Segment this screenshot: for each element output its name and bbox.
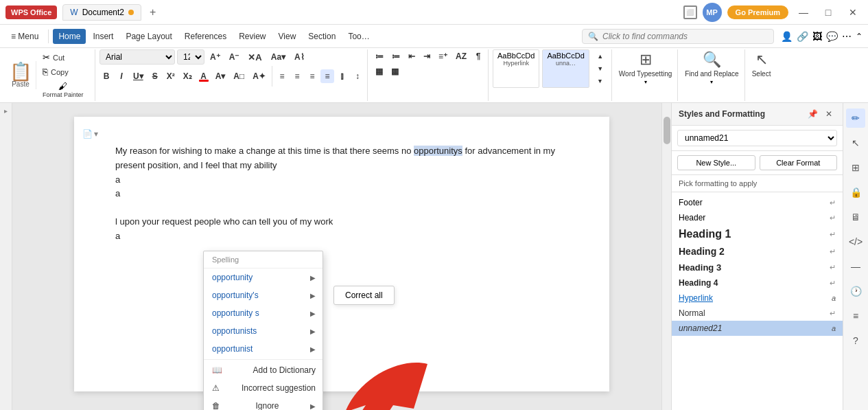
style-header[interactable]: Header ↵ xyxy=(672,210,843,225)
ctx-item-opportunity-s[interactable]: opportunity s ▶ xyxy=(204,304,322,322)
image-icon[interactable]: 🖼 xyxy=(812,31,822,42)
user-share-icon[interactable]: 👤 xyxy=(781,31,793,42)
doc-tab[interactable]: W Document2 xyxy=(62,4,141,21)
doc-expand-icon[interactable]: ▾ xyxy=(94,129,98,139)
doc-scrollbar[interactable] xyxy=(661,103,671,410)
side-icon-monitor[interactable]: 🖥 xyxy=(846,207,865,227)
format-painter-button[interactable]: 🖌 Format Painter xyxy=(40,80,86,100)
side-icon-lock[interactable]: 🔒 xyxy=(846,183,865,202)
doc-scrollbar-thumb[interactable] xyxy=(664,117,670,144)
menu-item-too[interactable]: Too… xyxy=(342,29,375,44)
style-normal-list[interactable]: Normal ↵ xyxy=(672,306,843,321)
side-icon-minus[interactable]: — xyxy=(846,257,865,276)
menu-item-section[interactable]: Section xyxy=(303,29,341,44)
style-footer[interactable]: Footer ↵ xyxy=(672,195,843,210)
correct-all-button[interactable]: Correct all xyxy=(333,286,395,305)
panel-style-dropdown[interactable]: unnamed21 xyxy=(677,130,837,146)
new-style-button[interactable]: New Style... xyxy=(677,155,755,170)
show-marks-button[interactable]: ¶ xyxy=(471,49,485,63)
phonetic-guide-button[interactable]: A⌇ xyxy=(291,50,308,64)
ctx-incorrect-suggestion[interactable]: ⚠ Incorrect suggestion xyxy=(204,379,322,397)
side-icon-list[interactable]: ≡ xyxy=(846,306,865,326)
ctx-ignore[interactable]: 🗑 Ignore ▶ xyxy=(204,397,322,410)
style-expand[interactable]: ▾ xyxy=(594,76,607,87)
side-icon-select[interactable]: ↖ xyxy=(846,133,865,152)
font-name-select[interactable]: Arial xyxy=(99,49,175,65)
search-bar[interactable]: 🔍 xyxy=(582,29,774,44)
side-icon-help[interactable]: ? xyxy=(846,331,865,350)
increase-indent-button[interactable]: ⇥ xyxy=(420,49,434,63)
align-right-button[interactable]: ≡ xyxy=(305,69,319,83)
word-typesetting-button[interactable]: ⊞ Word Typesetting ▾ xyxy=(613,49,678,101)
menu-item-home[interactable]: Home xyxy=(53,29,86,44)
multi-level-list-button[interactable]: ≡⁺ xyxy=(435,49,451,63)
comment-icon[interactable]: 💬 xyxy=(826,31,838,42)
search-input[interactable] xyxy=(602,32,768,41)
wps-logo[interactable]: WPS Office xyxy=(5,5,57,19)
style-scroll-down[interactable]: ▼ xyxy=(594,63,607,74)
ctx-item-opportunity[interactable]: opportunity ▶ xyxy=(204,269,322,286)
style-hyperlink[interactable]: AaBbCcDd Hyperlink xyxy=(493,49,539,88)
menu-item-review[interactable]: Review xyxy=(233,29,271,44)
italic-button[interactable]: I xyxy=(115,69,128,83)
close-button[interactable]: ✕ xyxy=(843,4,863,21)
share-icon[interactable]: 🔗 xyxy=(797,31,808,42)
decrease-indent-button[interactable]: ⇤ xyxy=(405,49,419,63)
shading-button[interactable]: ▩ xyxy=(388,65,402,78)
panel-pin-button[interactable]: 📌 xyxy=(806,107,819,121)
select-button[interactable]: ↖ Select xyxy=(747,49,777,101)
go-premium-button[interactable]: Go Premium xyxy=(727,5,788,19)
line-spacing-button[interactable]: ↕ xyxy=(351,69,364,83)
char-border-button[interactable]: A□ xyxy=(230,69,248,83)
sort-button[interactable]: AZ xyxy=(452,49,470,63)
change-case-button[interactable]: Aa▾ xyxy=(268,50,289,64)
minimize-button[interactable]: — xyxy=(794,4,813,21)
left-sidebar-icon-1[interactable]: ▸ xyxy=(3,106,9,116)
menu-item-insert[interactable]: Insert xyxy=(87,29,119,44)
superscript-button[interactable]: X² xyxy=(163,69,178,83)
style-heading3[interactable]: Heading 3 ↵ xyxy=(672,260,843,275)
menu-hamburger[interactable]: ≡ Menu xyxy=(5,29,44,44)
panel-close-button[interactable]: ✕ xyxy=(822,107,836,121)
menu-item-pagelayout[interactable]: Page Layout xyxy=(120,29,177,44)
columns-button[interactable]: ⫿ xyxy=(336,69,349,83)
ctx-item-opportunist[interactable]: opportunist ▶ xyxy=(204,340,322,358)
borders-button[interactable]: ▦ xyxy=(372,65,386,78)
bullets-button[interactable]: ≔ xyxy=(372,49,387,63)
ctx-add-to-dict[interactable]: 📖 Add to Dictionary xyxy=(204,361,322,379)
style-scroll-up[interactable]: ▲ xyxy=(594,51,607,62)
underline-button[interactable]: U▾ xyxy=(130,69,147,83)
ctx-item-opportunists[interactable]: opportunists ▶ xyxy=(204,322,322,340)
side-icon-edit[interactable]: ✏ xyxy=(846,109,865,128)
more-icon[interactable]: ⋯ xyxy=(842,31,852,42)
style-unnamed[interactable]: AaBbCcDd unna… xyxy=(542,49,589,88)
font-grow-button[interactable]: A⁺ xyxy=(207,50,224,64)
monitor-icon[interactable]: ⬜ xyxy=(683,5,697,19)
font-size-select[interactable]: 12 xyxy=(177,49,204,65)
style-heading1[interactable]: Heading 1 ↵ xyxy=(672,225,843,243)
copy-button[interactable]: ⎘ Copy xyxy=(40,65,71,78)
add-tab-button[interactable]: + xyxy=(150,6,156,19)
side-icon-grid[interactable]: ⊞ xyxy=(846,158,865,177)
align-justify-button[interactable]: ≡ xyxy=(320,69,334,83)
cut-button[interactable]: ✂ Cut xyxy=(40,51,67,64)
highlight-color-button[interactable]: A▾ xyxy=(212,69,229,83)
menu-item-view[interactable]: View xyxy=(273,29,302,44)
menu-item-references[interactable]: References xyxy=(179,29,232,44)
clear-formatting-button[interactable]: ✕A xyxy=(244,50,265,65)
style-unnamed21-list[interactable]: unnamed21 a xyxy=(672,321,843,336)
text-effects-button[interactable]: A✦ xyxy=(249,69,269,83)
font-color-button[interactable]: A xyxy=(197,69,211,83)
user-avatar[interactable]: MP xyxy=(703,3,722,22)
doc-bullet-icon[interactable]: 📄 xyxy=(82,129,93,139)
style-hyperlink-list[interactable]: Hyperlink a xyxy=(672,291,843,306)
numbering-button[interactable]: ≔ xyxy=(388,49,403,63)
style-heading4[interactable]: Heading 4 ↵ xyxy=(672,275,843,291)
align-center-button[interactable]: ≡ xyxy=(290,69,304,83)
strikethrough-button[interactable]: S xyxy=(148,69,162,83)
style-heading2[interactable]: Heading 2 ↵ xyxy=(672,243,843,260)
bold-button[interactable]: B xyxy=(99,69,113,83)
align-left-button[interactable]: ≡ xyxy=(275,69,289,83)
subscript-button[interactable]: X₂ xyxy=(180,69,196,83)
find-replace-button[interactable]: 🔍 Find and Replace ▾ xyxy=(679,49,744,101)
